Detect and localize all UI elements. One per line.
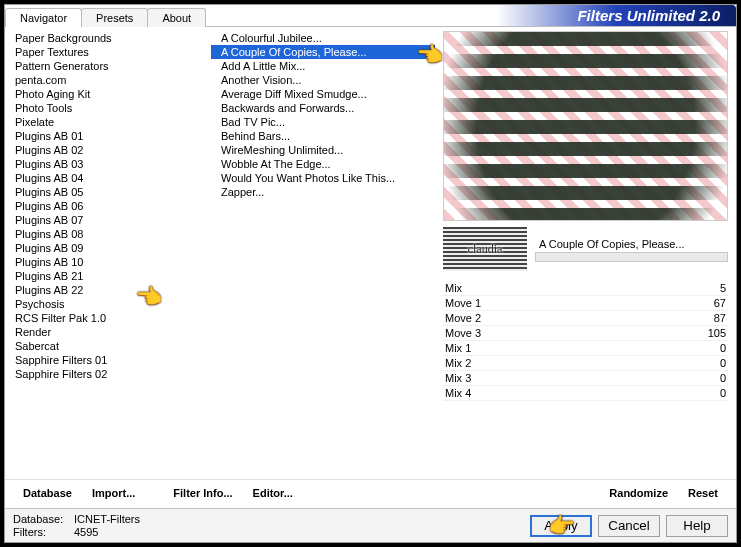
toolbar: Database Import... Filter Info... Editor… — [5, 479, 736, 508]
category-item[interactable]: Pixelate — [5, 115, 211, 129]
category-item[interactable]: Render — [5, 325, 211, 339]
category-item[interactable]: Paper Backgrounds — [5, 31, 211, 45]
param-name: Mix 1 — [445, 342, 471, 354]
param-row[interactable]: Mix 20 — [443, 356, 728, 371]
filter-item[interactable]: Another Vision... — [211, 73, 435, 87]
preview-panel: claudia A Couple Of Copies, Please... Mi… — [435, 27, 736, 479]
filter-item[interactable]: Would You Want Photos Like This... — [211, 171, 435, 185]
category-item[interactable]: Plugins AB 01 — [5, 129, 211, 143]
tab-navigator[interactable]: Navigator — [5, 8, 82, 27]
filter-item[interactable]: A Couple Of Copies, Please... — [211, 45, 435, 59]
param-name: Mix 4 — [445, 387, 471, 399]
param-value: 67 — [714, 297, 726, 309]
param-row[interactable]: Move 287 — [443, 311, 728, 326]
tab-about[interactable]: About — [147, 8, 206, 27]
dialog-buttons: Apply Cancel Help — [530, 515, 728, 537]
filter-item[interactable]: WireMeshing Unlimited... — [211, 143, 435, 157]
category-item[interactable]: Photo Aging Kit — [5, 87, 211, 101]
status-filters-label: Filters: — [13, 526, 68, 538]
filter-item[interactable]: Add A Little Mix... — [211, 59, 435, 73]
filter-info-button[interactable]: Filter Info... — [163, 484, 242, 502]
category-item[interactable]: Sapphire Filters 02 — [5, 367, 211, 381]
param-name: Move 1 — [445, 297, 481, 309]
category-item[interactable]: Sabercat — [5, 339, 211, 353]
param-value: 0 — [720, 342, 726, 354]
category-item[interactable]: Pattern Generators — [5, 59, 211, 73]
category-item[interactable]: Plugins AB 03 — [5, 157, 211, 171]
apply-button[interactable]: Apply — [530, 515, 592, 537]
category-item[interactable]: Psychosis — [5, 297, 211, 311]
filter-item[interactable]: Average Diff Mixed Smudge... — [211, 87, 435, 101]
parameter-list[interactable]: Mix5Move 167Move 287Move 3105Mix 10Mix 2… — [443, 281, 728, 479]
category-item[interactable]: Plugins AB 04 — [5, 171, 211, 185]
editor-button[interactable]: Editor... — [243, 484, 303, 502]
preview-image — [443, 31, 728, 221]
help-button[interactable]: Help — [666, 515, 728, 537]
param-row[interactable]: Move 3105 — [443, 326, 728, 341]
param-value: 5 — [720, 282, 726, 294]
param-row[interactable]: Mix 30 — [443, 371, 728, 386]
param-value: 0 — [720, 357, 726, 369]
category-item[interactable]: Plugins AB 02 — [5, 143, 211, 157]
param-value: 0 — [720, 372, 726, 384]
category-item[interactable]: RCS Filter Pak 1.0 — [5, 311, 211, 325]
content-area: Paper BackgroundsPaper TexturesPattern G… — [5, 27, 736, 508]
cancel-button[interactable]: Cancel — [598, 515, 660, 537]
status-database-value: ICNET-Filters — [74, 513, 140, 525]
status-bar: Database: ICNET-Filters Filters: 4595 Ap… — [5, 508, 736, 542]
category-item[interactable]: Photo Tools — [5, 101, 211, 115]
category-list[interactable]: Paper BackgroundsPaper TexturesPattern G… — [5, 27, 211, 479]
tab-presets[interactable]: Presets — [81, 8, 148, 27]
filter-item[interactable]: Backwards and Forwards... — [211, 101, 435, 115]
category-item[interactable]: Sapphire Filters 01 — [5, 353, 211, 367]
param-name: Mix — [445, 282, 462, 294]
filter-item[interactable]: Zapper... — [211, 185, 435, 199]
status-info: Database: ICNET-Filters Filters: 4595 — [13, 513, 140, 538]
filter-item[interactable]: A Colourful Jubilee... — [211, 31, 435, 45]
category-panel: Paper BackgroundsPaper TexturesPattern G… — [5, 27, 211, 479]
status-filters-value: 4595 — [74, 526, 98, 538]
category-item[interactable]: Plugins AB 08 — [5, 227, 211, 241]
param-value: 0 — [720, 387, 726, 399]
param-name: Mix 3 — [445, 372, 471, 384]
import-button[interactable]: Import... — [82, 484, 145, 502]
param-name: Move 3 — [445, 327, 481, 339]
author-logo: claudia — [443, 227, 527, 271]
current-filter-name: A Couple Of Copies, Please... — [535, 236, 728, 252]
columns: Paper BackgroundsPaper TexturesPattern G… — [5, 27, 736, 479]
identity-row: claudia A Couple Of Copies, Please... — [443, 227, 728, 271]
param-row[interactable]: Mix 40 — [443, 386, 728, 401]
identity-box: A Couple Of Copies, Please... — [535, 236, 728, 262]
category-item[interactable]: Plugins AB 21 — [5, 269, 211, 283]
param-name: Move 2 — [445, 312, 481, 324]
category-item[interactable]: Plugins AB 05 — [5, 185, 211, 199]
param-value: 87 — [714, 312, 726, 324]
param-row[interactable]: Mix 10 — [443, 341, 728, 356]
progress-bar — [535, 252, 728, 262]
database-button[interactable]: Database — [13, 484, 82, 502]
param-row[interactable]: Move 167 — [443, 296, 728, 311]
filter-list[interactable]: A Colourful Jubilee...A Couple Of Copies… — [211, 27, 435, 479]
param-value: 105 — [708, 327, 726, 339]
reset-button[interactable]: Reset — [678, 484, 728, 502]
app-title: Filters Unlimited 2.0 — [497, 5, 736, 26]
param-row[interactable]: Mix5 — [443, 281, 728, 296]
title-bar: Navigator Presets About Filters Unlimite… — [5, 5, 736, 27]
filter-panel: A Colourful Jubilee...A Couple Of Copies… — [211, 27, 435, 479]
category-item[interactable]: Plugins AB 07 — [5, 213, 211, 227]
tab-strip: Navigator Presets About — [5, 7, 205, 26]
category-item[interactable]: Plugins AB 22 — [5, 283, 211, 297]
randomize-button[interactable]: Randomize — [599, 484, 678, 502]
filter-item[interactable]: Bad TV Pic... — [211, 115, 435, 129]
status-database-label: Database: — [13, 513, 68, 525]
filter-item[interactable]: Behind Bars... — [211, 129, 435, 143]
category-item[interactable]: penta.com — [5, 73, 211, 87]
category-item[interactable]: Plugins AB 09 — [5, 241, 211, 255]
category-item[interactable]: Paper Textures — [5, 45, 211, 59]
main-window: Navigator Presets About Filters Unlimite… — [4, 4, 737, 543]
filter-item[interactable]: Wobble At The Edge... — [211, 157, 435, 171]
param-name: Mix 2 — [445, 357, 471, 369]
category-item[interactable]: Plugins AB 06 — [5, 199, 211, 213]
category-item[interactable]: Plugins AB 10 — [5, 255, 211, 269]
